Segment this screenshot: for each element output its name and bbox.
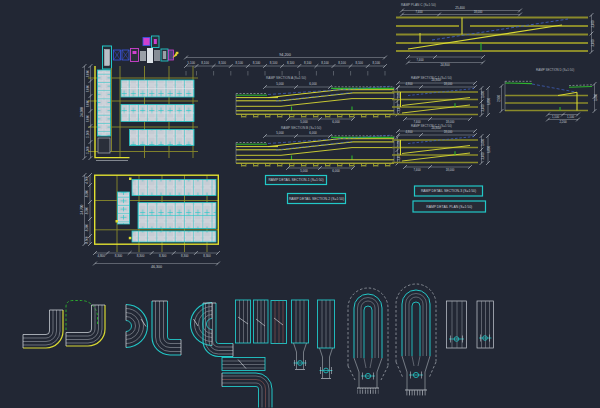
dim-label: 3,400 [594,94,598,101]
title-box-right-2[interactable]: RAMP DETAIL PLAN (S=1:50) [413,201,486,212]
dim-label: 8,100 [321,61,329,65]
dim-total-label: 34,200 [80,107,84,117]
dim-label: 8,100 [373,61,381,65]
dim-label: 4,900 [85,176,89,184]
parking-stall-row[interactable] [130,130,195,146]
cad-viewport[interactable]: 5,000 6,000 [0,0,600,408]
parking-stall-column[interactable] [118,192,130,224]
section-title: RAMP SECTION B (S=1:50) [281,126,321,130]
dim-total-label: 2,200 [559,120,567,124]
dim-label: 8,100 [236,61,244,65]
dim-label: 6,000 [86,114,90,122]
dim-label: 5,100 [86,130,90,138]
dim-label: 8,300 [115,254,123,258]
parking-stall-row[interactable] [132,231,216,242]
dim-label: 5,100 [86,146,90,154]
dim-total-label: 25,400 [455,6,465,10]
dim-label: 1,100 [567,115,574,119]
dim-label: 6,000 [86,99,90,107]
dim-label: 8,300 [85,206,89,214]
dim-label: 8,100 [304,61,312,65]
dim-label: 8,300 [137,254,145,258]
dim-label: 8,100 [218,61,226,65]
title-box-label: RAMP DETAIL SECTION-2 (S=1:50) [289,197,344,201]
dim-label: 1,100 [552,115,559,119]
title-box-label: RAMP DETAIL SECTION-1 (S=1:50) [268,178,323,182]
dim-label: 8,300 [159,254,167,258]
dim-label: 8,100 [253,61,261,65]
dim-label: 8,300 [181,254,189,258]
title-box-label: RAMP DETAIL PLAN (S=1:50) [426,205,472,209]
cad-canvas[interactable]: 5,000 6,000 [0,0,600,408]
dim-label: 8,100 [270,61,278,65]
dim-total-label: 46,300 [151,265,162,269]
dim-label: 8,100 [355,61,363,65]
dim-label: 2,900 [497,95,501,102]
dim-label: 8,100 [338,61,346,65]
dim-label: 8,300 [203,254,211,258]
title-box-label: RAMP DETAIL SECTION-3 (S=1:50) [421,189,476,193]
dim-total-label: 94,200 [279,53,291,57]
title-box-center-2[interactable]: RAMP DETAIL SECTION-2 (S=1:50) [288,194,346,204]
parking-stall-row[interactable] [132,180,216,196]
dim-label: 3,400 [591,20,595,27]
dim-label: 3,400 [591,39,595,46]
dim-label: 8,300 [85,223,89,231]
dim-label: 7,400 [416,10,423,14]
dim-label: 6,000 [86,69,90,77]
dim-label: 8,300 [85,189,89,197]
dim-label: 5,100 [188,61,196,65]
dim-label: 4,800 [97,254,105,258]
dim-label: 8,100 [287,61,295,65]
title-box-center-1[interactable]: RAMP DETAIL SECTION-1 (S=1:50) [266,176,327,185]
dim-total-label: 34,700 [80,204,84,214]
parking-stall-column[interactable] [98,70,111,136]
dim-label: 18,000 [474,10,483,14]
section-title: RAMP SECTION D (S=1:50) [536,68,574,72]
dim-label: 7,400 [417,58,424,62]
section-title: RAMP PLAN C (S=1:50) [401,3,436,7]
section-title: RAMP SECTION A (S=1:50) [266,76,306,80]
dim-label: 8,100 [201,61,209,65]
dim-label: 6,000 [86,84,90,92]
dim-total-label: 24,800 [440,63,450,67]
title-box-right-1[interactable]: RAMP DETAIL SECTION-3 (S=1:50) [415,186,483,196]
